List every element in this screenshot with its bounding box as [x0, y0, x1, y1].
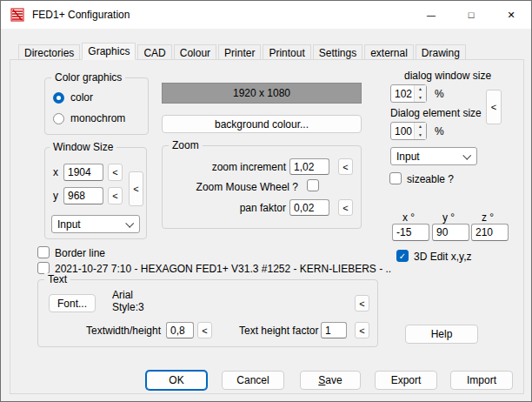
close-icon[interactable]: ✕ [491, 1, 531, 29]
monochrom-radio-label[interactable]: monochrom [70, 112, 125, 124]
window-size-legend: Window Size [50, 141, 116, 153]
right-input-dropdown[interactable]: Input [390, 147, 477, 165]
export-button[interactable]: Export [375, 371, 437, 390]
app-icon [10, 8, 24, 22]
font-name: Arial [112, 289, 133, 301]
dialog-window-size-spinner[interactable]: ▲ ▼ [390, 84, 427, 103]
dialog-window-size-input[interactable] [391, 85, 414, 102]
dialog-element-size-spin-buttons: ▲ ▼ [414, 123, 426, 139]
window-size-y-pick-button[interactable]: < [108, 187, 123, 204]
textwidth-label: Textwidth/height [86, 325, 161, 337]
color-radio-label[interactable]: color [70, 91, 93, 104]
resolution-display: 1920 x 1080 [162, 83, 362, 104]
zoom-increment-pick-button[interactable]: < [338, 158, 353, 175]
sizeable-label: sizeable ? [407, 173, 454, 185]
axis-y-input[interactable] [432, 224, 469, 241]
save-accelerator: S [318, 374, 325, 386]
right-input-dropdown-value: Input [396, 151, 420, 163]
version-stamp-checkbox[interactable] [37, 262, 50, 274]
axis-y-label: y ° [442, 211, 455, 224]
window-size-input-dropdown[interactable]: Input [51, 215, 140, 233]
zoom-increment-label: zoom increment [183, 161, 286, 173]
edit3d-checkbox[interactable]: ✓ [396, 250, 409, 262]
fed1-configuration-dialog: FED1+ Configuration — □ ✕ Directories Gr… [0, 0, 532, 402]
zoom-increment-input[interactable] [289, 158, 329, 175]
axis-z-input[interactable] [471, 224, 509, 241]
dialog-element-size-percent: % [435, 125, 444, 137]
dialog-element-size-spinner[interactable]: ▲ ▼ [390, 122, 427, 140]
version-stamp-label: 2021-10-27 7:10 - HEXAGON FED1+ V31.3 #1… [55, 263, 391, 275]
zoom-legend: Zoom [169, 139, 203, 151]
window-size-x-label: x [53, 166, 58, 178]
titlebar[interactable]: FED1+ Configuration — □ ✕ [1, 1, 531, 29]
sizeable-checkbox[interactable] [389, 172, 402, 184]
color-graphics-group [44, 77, 149, 135]
check-icon: ✓ [399, 251, 406, 261]
pan-faktor-pick-button[interactable]: < [338, 199, 353, 216]
edit3d-label: 3D Edit x,y,z [414, 251, 471, 263]
dialog-element-size-input[interactable] [391, 123, 414, 139]
textwidth-input[interactable] [166, 322, 194, 338]
window-title: FED1+ Configuration [32, 9, 130, 21]
color-radio[interactable] [53, 92, 64, 104]
tab-settings[interactable]: Settings [313, 44, 362, 60]
text-height-factor-label: Text height factor [239, 325, 318, 337]
chevron-down-icon [462, 151, 471, 160]
minimize-icon[interactable]: — [411, 1, 451, 29]
dialog-size-pick-button[interactable]: < [486, 90, 502, 124]
chevron-down-icon [125, 219, 134, 228]
tab-graphics[interactable]: Graphics [82, 43, 136, 60]
ok-button[interactable]: OK [146, 371, 207, 390]
tab-cad[interactable]: CAD [137, 44, 171, 60]
tab-external[interactable]: external [364, 44, 414, 60]
text-group-legend: Text [44, 273, 70, 285]
window-size-input-dropdown-value: Input [57, 218, 81, 231]
save-button[interactable]: Save [300, 371, 361, 390]
font-style: Style:3 [112, 301, 144, 313]
help-button[interactable]: Help [405, 325, 478, 344]
spinner-up-icon[interactable]: ▲ [415, 85, 426, 94]
save-label-rest: ave [325, 374, 342, 386]
dialog-window-size-percent: % [435, 88, 444, 100]
text-height-factor-input[interactable] [321, 322, 347, 338]
color-graphics-legend: Color graphics [51, 71, 125, 84]
import-button[interactable]: Import [450, 371, 513, 390]
dialog-element-size-label: Dialog element size [390, 107, 482, 119]
axis-x-input[interactable] [392, 224, 429, 241]
monochrom-radio[interactable] [53, 113, 64, 124]
textwidth-pick-button[interactable]: < [197, 322, 212, 338]
tab-colour[interactable]: Colour [174, 44, 216, 60]
spinner-down-icon[interactable]: ▼ [415, 131, 426, 140]
window-size-pick-button[interactable]: < [129, 171, 143, 206]
border-line-label: Border line [55, 247, 105, 259]
text-height-factor-pick-button[interactable]: < [355, 322, 369, 338]
spinner-up-icon[interactable]: ▲ [415, 123, 426, 131]
pan-faktor-input[interactable] [289, 199, 329, 216]
tab-printout[interactable]: Printout [263, 44, 310, 60]
background-colour-button[interactable]: background colour... [162, 115, 362, 133]
spinner-down-icon[interactable]: ▼ [415, 94, 426, 103]
border-line-checkbox[interactable] [37, 246, 50, 258]
window-size-y-label: y [53, 190, 58, 202]
axis-z-label: z ° [482, 211, 494, 224]
tab-printer[interactable]: Printer [218, 44, 261, 60]
dialog-window-size-label: dialog window size [404, 70, 491, 82]
font-button[interactable]: Font... [49, 294, 96, 312]
pan-faktor-label: pan faktor [183, 202, 286, 214]
tab-strip: Directories Graphics CAD Colour Printer … [18, 43, 468, 60]
cancel-button[interactable]: Cancel [222, 371, 284, 390]
tab-drawing[interactable]: Drawing [416, 44, 466, 60]
zoom-mouse-wheel-checkbox[interactable] [307, 179, 319, 191]
maximize-icon[interactable]: □ [451, 1, 491, 29]
dialog-window-size-spin-buttons: ▲ ▼ [414, 85, 426, 102]
tab-directories[interactable]: Directories [18, 44, 80, 60]
window-size-y-input[interactable] [63, 187, 103, 204]
axis-x-label: x ° [402, 211, 415, 224]
zoom-mouse-wheel-label: Zoom Mouse Wheel ? [183, 181, 298, 193]
window-size-x-pick-button[interactable]: < [108, 164, 123, 181]
window-size-x-input[interactable] [63, 164, 103, 181]
font-pick-button[interactable]: < [355, 295, 369, 312]
